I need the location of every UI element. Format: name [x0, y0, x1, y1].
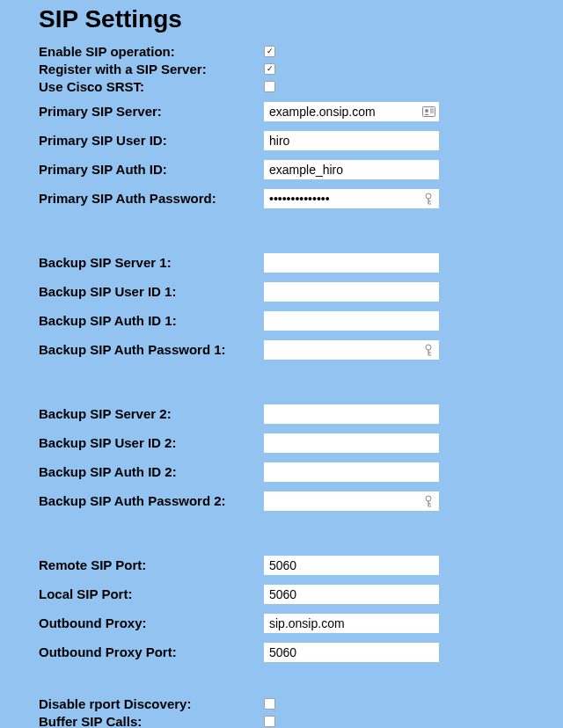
local-port-input[interactable]	[264, 585, 439, 604]
backup1-auth-label: Backup SIP Auth ID 1:	[39, 313, 177, 328]
enable-sip-label: Enable SIP operation:	[39, 44, 175, 59]
primary-pwd-input[interactable]	[264, 189, 439, 208]
backup2-pwd-input[interactable]	[264, 491, 439, 511]
backup2-user-input[interactable]	[264, 433, 439, 453]
register-sip-label: Register with a SIP Server:	[39, 62, 207, 76]
backup1-server-input[interactable]	[264, 253, 439, 273]
primary-auth-label: Primary SIP Auth ID:	[39, 162, 167, 177]
outbound-proxy-port-label: Outbound Proxy Port:	[39, 644, 177, 659]
outbound-proxy-port-input[interactable]	[264, 643, 439, 662]
remote-port-label: Remote SIP Port:	[39, 557, 146, 572]
backup2-auth-label: Backup SIP Auth ID 2:	[39, 464, 177, 479]
outbound-proxy-label: Outbound Proxy:	[39, 615, 147, 630]
backup1-pwd-input[interactable]	[264, 340, 439, 360]
disable-rport-label: Disable rport Discovery:	[39, 696, 191, 711]
primary-auth-input[interactable]	[264, 160, 439, 179]
backup2-pwd-label: Backup SIP Auth Password 2:	[39, 493, 226, 508]
backup1-user-input[interactable]	[264, 282, 439, 302]
backup2-user-label: Backup SIP User ID 2:	[39, 435, 176, 450]
backup1-auth-input[interactable]	[264, 311, 439, 331]
backup2-auth-input[interactable]	[264, 462, 439, 482]
primary-user-label: Primary SIP User ID:	[39, 133, 167, 148]
remote-port-input[interactable]	[264, 556, 439, 575]
primary-server-label: Primary SIP Server:	[39, 104, 162, 119]
backup1-pwd-label: Backup SIP Auth Password 1:	[39, 342, 226, 357]
backup1-server-label: Backup SIP Server 1:	[39, 255, 172, 270]
primary-pwd-label: Primary SIP Auth Password:	[39, 191, 216, 206]
backup2-server-input[interactable]	[264, 404, 439, 424]
buffer-sip-label: Buffer SIP Calls:	[39, 714, 142, 729]
enable-sip-checkbox[interactable]: ✓	[264, 46, 275, 57]
local-port-label: Local SIP Port:	[39, 586, 132, 601]
register-sip-checkbox[interactable]: ✓	[264, 63, 275, 75]
page-title: SIP Settings	[39, 5, 528, 33]
primary-user-input[interactable]	[264, 131, 439, 150]
outbound-proxy-input[interactable]	[264, 614, 439, 633]
backup2-server-label: Backup SIP Server 2:	[39, 406, 172, 421]
primary-server-input[interactable]	[264, 102, 439, 121]
cisco-srst-checkbox[interactable]	[264, 81, 275, 92]
cisco-srst-label: Use Cisco SRST:	[39, 79, 144, 94]
backup1-user-label: Backup SIP User ID 1:	[39, 284, 176, 299]
buffer-sip-checkbox[interactable]	[264, 716, 275, 727]
disable-rport-checkbox[interactable]	[264, 698, 275, 710]
